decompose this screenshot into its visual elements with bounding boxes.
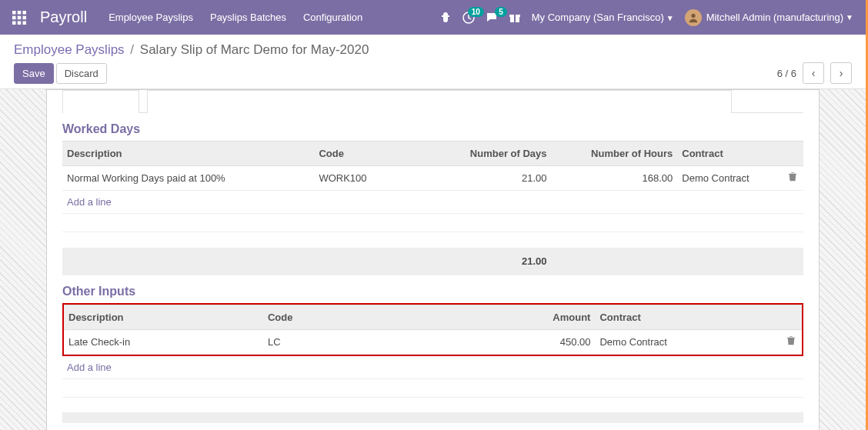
tabs-stub bbox=[62, 90, 803, 113]
breadcrumb-bar: Employee Payslips / Salary Slip of Marc … bbox=[0, 35, 866, 89]
worked-days-title: Worked Days bbox=[62, 122, 803, 136]
action-row: Save Discard 6 / 6 ‹ › bbox=[14, 62, 852, 84]
chat-badge: 5 bbox=[495, 7, 507, 17]
col-oi-contract: Contract bbox=[595, 305, 780, 329]
worked-days-row[interactable]: Normal Working Days paid at 100% WORK100… bbox=[62, 166, 803, 191]
worked-days-table: Description Code Number of Days Number o… bbox=[62, 141, 803, 275]
col-oi-desc: Description bbox=[64, 305, 263, 329]
col-code: Code bbox=[314, 142, 425, 166]
cell-oi-desc[interactable]: Late Check-in bbox=[64, 329, 263, 354]
svg-rect-1 bbox=[18, 11, 22, 15]
discard-button[interactable]: Discard bbox=[56, 63, 107, 84]
other-inputs-highlight: Description Code Amount Contract Late Ch… bbox=[62, 303, 803, 356]
col-oi-amount: Amount bbox=[485, 305, 596, 329]
svg-rect-7 bbox=[18, 21, 22, 25]
total-days: 21.00 bbox=[426, 248, 552, 275]
add-line-other-inputs[interactable]: Add a line bbox=[62, 356, 803, 379]
svg-rect-12 bbox=[514, 15, 516, 22]
cell-oi-code[interactable]: LC bbox=[263, 329, 485, 354]
svg-rect-4 bbox=[18, 15, 22, 19]
add-line-worked-days[interactable]: Add a line bbox=[62, 191, 803, 214]
other-inputs-row[interactable]: Late Check-in LC 450.00 Demo Contract bbox=[64, 329, 802, 354]
cell-contract[interactable]: Demo Contract bbox=[677, 166, 781, 191]
col-oi-code: Code bbox=[263, 305, 485, 329]
tab-placeholder-2[interactable] bbox=[147, 90, 732, 113]
user-name: Mitchell Admin (manufacturing) bbox=[706, 12, 843, 23]
col-hours: Number of Hours bbox=[552, 142, 678, 166]
pager-next[interactable]: › bbox=[830, 62, 852, 84]
menu-item-payslips-batches[interactable]: Payslips Batches bbox=[210, 12, 286, 23]
pager-text: 6 / 6 bbox=[777, 68, 796, 79]
col-contract: Contract bbox=[677, 142, 781, 166]
svg-rect-2 bbox=[23, 11, 27, 15]
svg-rect-8 bbox=[23, 21, 27, 25]
bug-icon[interactable] bbox=[439, 12, 452, 24]
user-avatar-icon bbox=[685, 9, 702, 26]
col-days: Number of Days bbox=[426, 142, 552, 166]
svg-rect-6 bbox=[12, 21, 16, 25]
pager: 6 / 6 ‹ › bbox=[777, 62, 852, 84]
other-inputs-table: Description Code Amount Contract Late Ch… bbox=[64, 305, 802, 355]
clock-icon[interactable]: 10 bbox=[462, 12, 475, 24]
cell-oi-contract[interactable]: Demo Contract bbox=[595, 329, 780, 354]
delete-oi-row-button[interactable] bbox=[780, 329, 802, 354]
user-menu[interactable]: Mitchell Admin (manufacturing)▼ bbox=[685, 9, 853, 26]
tab-placeholder-1[interactable] bbox=[62, 90, 139, 113]
company-switcher[interactable]: My Company (San Francisco)▼ bbox=[532, 12, 674, 23]
save-button[interactable]: Save bbox=[14, 63, 54, 84]
svg-rect-0 bbox=[12, 11, 16, 15]
other-inputs-title: Other Inputs bbox=[62, 285, 803, 298]
cell-hours[interactable]: 168.00 bbox=[552, 166, 678, 191]
col-description: Description bbox=[62, 142, 314, 166]
cell-code[interactable]: WORK100 bbox=[314, 166, 425, 191]
breadcrumb: Employee Payslips / Salary Slip of Marc … bbox=[14, 42, 852, 58]
gift-icon[interactable] bbox=[509, 12, 521, 24]
breadcrumb-current: Salary Slip of Marc Demo for May-2020 bbox=[140, 42, 369, 57]
apps-icon[interactable] bbox=[12, 11, 26, 25]
cell-desc[interactable]: Normal Working Days paid at 100% bbox=[62, 166, 314, 191]
clock-badge: 10 bbox=[468, 7, 484, 17]
menu-item-employee-payslips[interactable]: Employee Payslips bbox=[108, 12, 193, 23]
pager-prev[interactable]: ‹ bbox=[803, 62, 824, 84]
cell-days[interactable]: 21.00 bbox=[426, 166, 552, 191]
worked-days-total-row: 21.00 bbox=[62, 248, 803, 275]
app-title[interactable]: Payroll bbox=[40, 8, 87, 26]
topbar: Payroll Employee Payslips Payslips Batch… bbox=[0, 0, 866, 35]
topbar-right: 10 5 My Company (San Francisco)▼ Mitchel… bbox=[439, 9, 853, 26]
form-sheet: Worked Days Description Code Number of D… bbox=[46, 89, 820, 430]
delete-row-button[interactable] bbox=[781, 166, 803, 191]
cell-oi-amount[interactable]: 450.00 bbox=[485, 329, 596, 354]
main-menu: Employee Payslips Payslips Batches Confi… bbox=[108, 12, 362, 23]
menu-item-configuration[interactable]: Configuration bbox=[303, 12, 362, 23]
breadcrumb-root[interactable]: Employee Payslips bbox=[14, 42, 125, 57]
svg-point-13 bbox=[691, 13, 695, 17]
svg-rect-5 bbox=[23, 15, 27, 19]
chat-icon[interactable]: 5 bbox=[486, 12, 498, 24]
svg-rect-3 bbox=[12, 15, 16, 19]
